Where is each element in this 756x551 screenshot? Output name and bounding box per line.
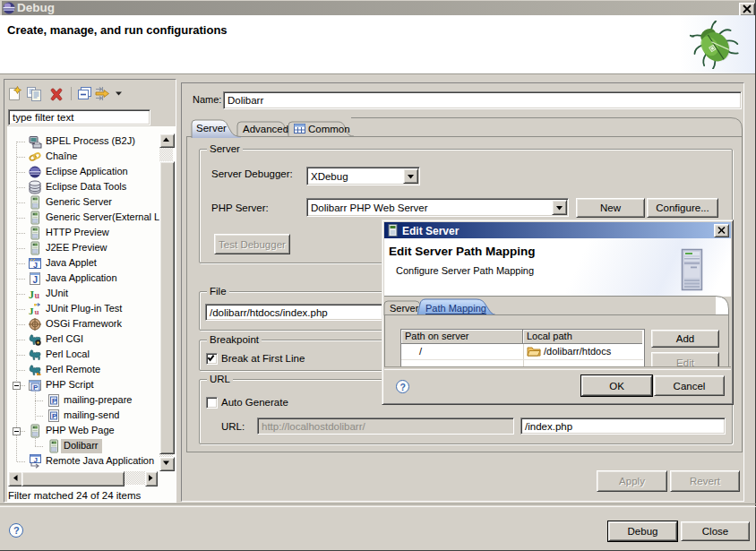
svg-text:P: P [52,412,57,420]
svg-text:J: J [29,306,34,316]
svg-text:P: P [33,383,39,392]
svg-text:P: P [52,397,57,405]
svg-text:u: u [35,307,39,316]
svg-text:J: J [33,275,39,285]
svg-text:J: J [34,456,38,464]
svg-text:J: J [29,288,34,301]
svg-text:J: J [33,261,38,270]
svg-text:u: u [35,290,40,300]
